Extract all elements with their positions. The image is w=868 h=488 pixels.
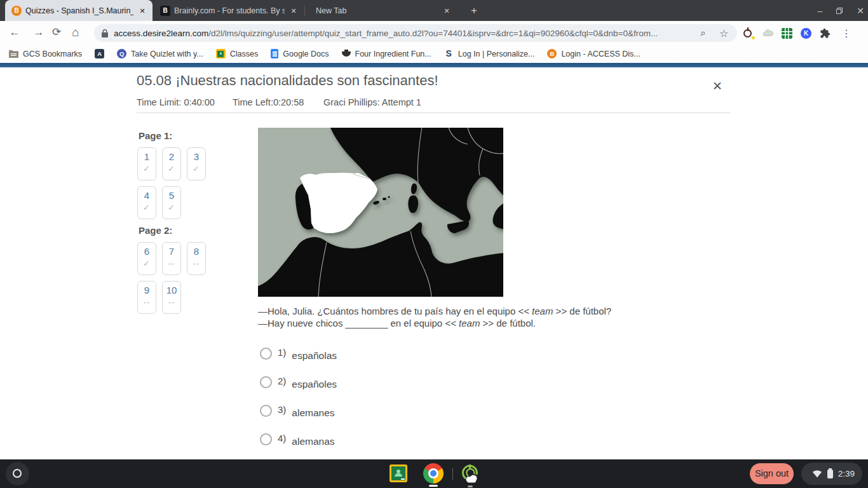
unanswered-dash-icon: --	[163, 259, 180, 268]
back-icon[interactable]: ←	[6, 24, 23, 41]
bookmark-classes[interactable]: Classes	[216, 49, 258, 58]
question-6-button[interactable]: 6✓	[137, 242, 156, 275]
check-icon: ✓	[187, 164, 205, 173]
browser-menu-icon[interactable]: ⋮	[841, 27, 851, 39]
question-10-button[interactable]: 10--	[162, 281, 181, 314]
question-3-button[interactable]: 3✓	[187, 147, 206, 180]
page-top-accent-bar	[0, 63, 868, 67]
question-4-button[interactable]: 4✓	[137, 186, 156, 219]
spain-map-image	[258, 128, 503, 297]
wifi-icon	[812, 470, 822, 478]
reload-icon[interactable]: ⟳	[48, 24, 65, 41]
radio-button[interactable]	[260, 376, 272, 388]
extensions-row: K ⋮	[743, 24, 851, 42]
tab-close-icon[interactable]: ✕	[288, 6, 299, 16]
bookmark-label: Four Ingredient Fun...	[355, 50, 431, 58]
bookmark-login-access[interactable]: B Login - ACCESS Dis...	[547, 49, 640, 58]
tab-quizzes[interactable]: B Quizzes - Spanish I_S.Maurin_TU ✕	[5, 0, 153, 21]
tab-close-icon[interactable]: ✕	[137, 6, 147, 16]
tab-title: New Tab	[316, 6, 438, 15]
answer-option-2[interactable]: 2) españoles	[258, 376, 337, 390]
weather-app-icon[interactable]	[461, 463, 480, 484]
lock-icon	[102, 29, 108, 37]
cloud-extension-icon[interactable]	[763, 28, 773, 39]
radio-button[interactable]	[260, 405, 272, 417]
home-icon[interactable]: ⌂	[67, 24, 84, 41]
weather-running-indicator	[468, 485, 473, 487]
radio-button[interactable]	[260, 348, 272, 360]
header-divider	[137, 112, 731, 113]
option-text: españolas	[292, 350, 337, 362]
unanswered-dash-icon: --	[138, 297, 156, 307]
quizlet-icon: Q	[117, 49, 126, 58]
bookmark-label: Google Docs	[283, 50, 329, 58]
browser-tab-strip: B Quizzes - Spanish I_S.Maurin_TU ✕ B Br…	[0, 0, 868, 21]
search-icon[interactable]: ⌕	[700, 27, 712, 39]
close-window-icon[interactable]: ✕	[857, 6, 864, 16]
chromeos-shelf: Sign out 2:39	[0, 459, 868, 488]
puzzle-extensions-icon[interactable]	[820, 28, 831, 39]
s-icon: S	[444, 49, 454, 58]
question-5-button[interactable]: 5✓	[162, 186, 181, 219]
status-tray[interactable]: 2:39	[801, 463, 862, 485]
bookmark-label: Login - ACCESS Dis...	[561, 50, 640, 58]
radio-button[interactable]	[260, 433, 272, 445]
bookmark-quizlet[interactable]: Q Take Quizlet with y...	[117, 49, 203, 58]
bookmark-label: Classes	[230, 50, 258, 58]
unanswered-dash-icon: --	[163, 297, 180, 307]
tab-separator	[304, 5, 305, 16]
answer-option-3[interactable]: 3) alemanes	[258, 404, 335, 419]
tab-title: Quizzes - Spanish I_S.Maurin_TU	[25, 6, 133, 15]
answer-option-1[interactable]: 1) españolas	[258, 347, 337, 362]
url-text: access.desire2learn.com/d2l/lms/quizzing…	[114, 29, 693, 38]
bookmark-label: GCS Bookmarks	[23, 50, 82, 58]
tab-brainly[interactable]: B Brainly.com - For students. By s ✕	[154, 0, 304, 21]
chrome-app-icon[interactable]	[423, 463, 444, 484]
bookmark-login-personalize[interactable]: S Log In | Personalize...	[444, 49, 535, 58]
question-8-button[interactable]: 8--	[187, 242, 206, 275]
new-tab-button[interactable]: +	[466, 3, 482, 18]
unanswered-dash-icon: --	[187, 259, 205, 268]
browser-toolbar: ← → ⟳ ⌂ access.desire2learn.com/d2l/lms/…	[0, 21, 868, 44]
option-number: 1)	[278, 347, 286, 358]
sign-out-button[interactable]: Sign out	[750, 463, 794, 484]
option-text: alemanas	[292, 436, 334, 447]
bookmark-gcs-folder[interactable]: GCS Bookmarks	[9, 50, 82, 58]
folder-icon	[9, 50, 18, 58]
bookmark-access-a[interactable]: A	[95, 49, 104, 58]
question-9-button[interactable]: 9--	[137, 281, 156, 314]
brainly-favicon-icon: B	[160, 6, 170, 16]
access-b-icon: B	[547, 49, 557, 58]
classroom-icon	[216, 49, 226, 58]
answer-option-4[interactable]: 4) alemanas	[258, 433, 335, 447]
check-icon: ✓	[163, 203, 180, 212]
question-line-2: —Hay nueve chicos ________ en el equipo …	[258, 318, 627, 330]
shelf-separator	[452, 468, 453, 480]
question-1-button[interactable]: 1✓	[137, 147, 156, 180]
check-icon: ✓	[138, 259, 156, 268]
forward-icon[interactable]: →	[31, 24, 47, 41]
grid-extension-icon[interactable]	[782, 28, 792, 39]
classroom-app-icon[interactable]	[390, 464, 407, 482]
minimize-window-icon[interactable]: –	[817, 6, 822, 16]
bookmark-google-docs[interactable]: Google Docs	[271, 49, 329, 58]
address-bar[interactable]: access.desire2learn.com/d2l/lms/quizzing…	[94, 24, 737, 42]
question-2-button[interactable]: 2✓	[162, 147, 181, 180]
check-icon: ✓	[163, 164, 180, 173]
bookmark-four-ingredient[interactable]: Four Ingredient Fun...	[342, 50, 431, 58]
question-7-button[interactable]: 7--	[162, 242, 181, 275]
bookmarks-bar: GCS Bookmarks A Q Take Quizlet with y...…	[0, 44, 868, 63]
tab-close-icon[interactable]: ✕	[442, 6, 452, 16]
option-text: españoles	[292, 379, 337, 390]
quiz-close-icon[interactable]: ✕	[712, 79, 722, 93]
launcher-button[interactable]	[6, 462, 29, 485]
tab-new-tab[interactable]: New Tab ✕	[306, 0, 457, 21]
kami-extension-icon[interactable]: K	[801, 28, 811, 39]
restore-window-icon[interactable]	[836, 8, 843, 14]
bowl-icon	[342, 50, 351, 58]
attempt-label: Graci Phillips: Attempt 1	[323, 97, 421, 107]
bookmark-label: Log In | Personalize...	[458, 50, 535, 58]
power-extension-icon[interactable]	[743, 28, 754, 39]
bookmark-star-icon[interactable]: ☆	[719, 27, 731, 39]
option-number: 4)	[278, 433, 286, 444]
